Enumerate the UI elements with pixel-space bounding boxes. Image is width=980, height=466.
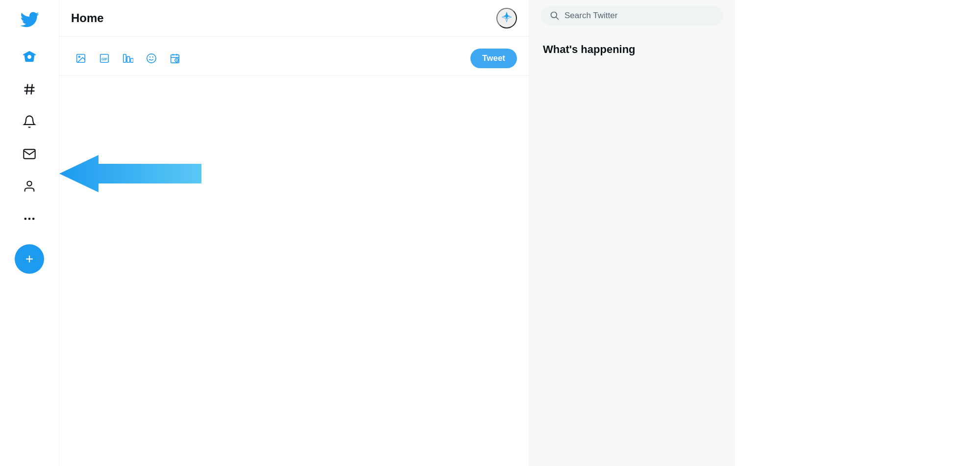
svg-point-5 — [24, 218, 27, 220]
main-header: Home — [59, 0, 529, 37]
svg-marker-27 — [59, 155, 201, 192]
search-bar-container — [541, 6, 723, 26]
image-tool-button[interactable] — [71, 49, 91, 68]
svg-line-0 — [26, 84, 27, 95]
page-title: Home — [71, 11, 104, 25]
schedule-tool-button[interactable] — [165, 49, 185, 68]
gif-icon: GIF — [99, 53, 110, 64]
svg-rect-16 — [127, 56, 130, 62]
sidebar-item-profile[interactable] — [15, 172, 44, 201]
svg-line-1 — [31, 84, 32, 95]
compose-button[interactable] — [15, 244, 44, 274]
svg-point-18 — [147, 54, 156, 63]
svg-rect-15 — [123, 54, 126, 63]
right-sidebar: What's happening — [529, 0, 735, 466]
sidebar-item-messages[interactable] — [15, 139, 44, 169]
emoji-icon — [146, 53, 157, 64]
main-content: Home — [59, 0, 529, 466]
search-input[interactable] — [564, 11, 714, 21]
gif-tool-button[interactable]: GIF — [95, 49, 114, 68]
compose-tools: GIF — [71, 49, 185, 68]
left-sidebar — [0, 0, 59, 466]
compose-toolbar: GIF — [71, 43, 517, 75]
svg-text:GIF: GIF — [101, 57, 108, 61]
arrow-svg — [59, 154, 201, 193]
schedule-icon — [170, 53, 180, 64]
search-bar[interactable] — [541, 6, 723, 26]
svg-point-6 — [28, 218, 31, 220]
svg-rect-17 — [131, 58, 134, 62]
twitter-logo[interactable] — [20, 10, 39, 31]
poll-icon — [122, 53, 133, 64]
sidebar-item-home[interactable] — [15, 42, 44, 72]
sparkle-icon — [500, 12, 513, 25]
whats-happening-title: What's happening — [541, 43, 723, 62]
poll-tool-button[interactable] — [118, 49, 138, 68]
image-icon — [75, 53, 86, 64]
compose-area: GIF — [59, 37, 529, 76]
sidebar-item-notifications[interactable] — [15, 107, 44, 136]
svg-point-12 — [78, 56, 80, 57]
emoji-tool-button[interactable] — [142, 49, 161, 68]
svg-point-4 — [27, 181, 31, 186]
svg-point-7 — [32, 218, 35, 220]
arrow-annotation — [59, 154, 201, 193]
sidebar-item-more[interactable] — [15, 204, 44, 233]
tweet-button[interactable]: Tweet — [470, 49, 517, 68]
sidebar-item-explore[interactable] — [15, 75, 44, 104]
whats-happening-card: What's happening — [541, 35, 723, 66]
feed-area — [59, 76, 529, 466]
search-icon — [550, 11, 560, 21]
sparkle-button[interactable] — [496, 8, 517, 28]
